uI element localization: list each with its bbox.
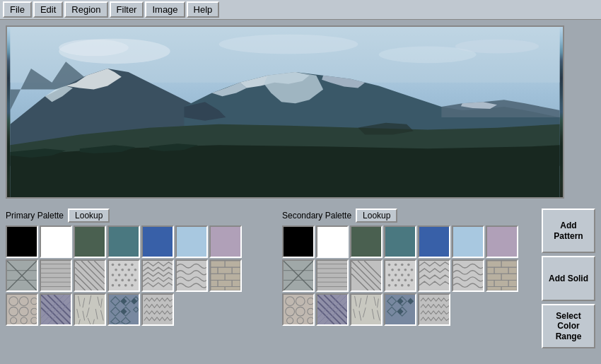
pattern-cell[interactable]: [452, 259, 484, 292]
menu-file[interactable]: File: [3, 1, 32, 18]
svg-point-57: [131, 274, 134, 276]
svg-point-150: [391, 269, 394, 271]
add-solid-button[interactable]: Add Solid: [542, 256, 595, 300]
svg-rect-68: [211, 261, 240, 290]
svg-point-159: [397, 279, 400, 282]
pattern-cell[interactable]: [40, 259, 72, 292]
svg-point-22: [219, 35, 358, 54]
pattern-cell[interactable]: [316, 259, 349, 292]
pattern-cell[interactable]: [486, 259, 518, 292]
pattern-cell[interactable]: [384, 259, 416, 292]
color-cell[interactable]: [282, 225, 315, 258]
svg-point-165: [407, 284, 410, 287]
svg-point-153: [411, 269, 414, 271]
color-cell[interactable]: [141, 225, 174, 258]
color-cell[interactable]: [316, 225, 349, 258]
primary-palette-label: Primary Palette: [6, 211, 64, 221]
color-cell[interactable]: [175, 225, 208, 258]
secondary-lookup-button[interactable]: Lookup: [356, 209, 397, 223]
color-cell[interactable]: [40, 225, 72, 258]
svg-point-56: [124, 274, 127, 276]
menu-filter[interactable]: Filter: [110, 1, 144, 18]
color-cell[interactable]: [6, 225, 38, 258]
pattern-cell[interactable]: [282, 293, 315, 326]
color-cell[interactable]: [384, 225, 416, 258]
pattern-cell[interactable]: [418, 259, 450, 292]
menubar: File Edit Region Filter Image Help: [0, 0, 601, 20]
svg-point-58: [115, 279, 117, 282]
svg-point-148: [401, 264, 404, 266]
svg-point-149: [407, 264, 410, 266]
pattern-cell[interactable]: [350, 293, 383, 326]
pattern-cell[interactable]: [175, 259, 208, 292]
secondary-palette-header: Secondary Palette Lookup: [282, 209, 536, 223]
svg-point-55: [118, 274, 121, 276]
svg-point-53: [134, 269, 137, 271]
svg-point-161: [411, 279, 414, 282]
svg-point-65: [131, 284, 134, 287]
pattern-cell[interactable]: [6, 259, 38, 292]
svg-rect-200: [351, 295, 381, 324]
primary-palette-header: Primary Palette Lookup: [6, 209, 259, 223]
svg-point-21: [59, 40, 128, 57]
svg-point-51: [121, 269, 124, 271]
color-cell[interactable]: [209, 225, 242, 258]
svg-point-49: [131, 264, 134, 266]
svg-rect-66: [143, 261, 173, 290]
pattern-cell[interactable]: [141, 259, 174, 292]
side-buttons-panel: Add Pattern Add Solid Select Color Range: [542, 209, 595, 348]
svg-point-158: [391, 279, 394, 282]
pattern-cell[interactable]: [384, 293, 416, 326]
secondary-palette-section: Secondary Palette Lookup: [282, 209, 536, 348]
primary-palette-section: Primary Palette Lookup: [6, 209, 259, 348]
pattern-cell[interactable]: [107, 259, 140, 292]
pattern-cell[interactable]: [316, 293, 349, 326]
color-cell[interactable]: [107, 225, 140, 258]
select-color-range-button[interactable]: Select Color Range: [542, 304, 595, 348]
menu-edit[interactable]: Edit: [33, 1, 63, 18]
svg-point-151: [397, 269, 400, 271]
svg-point-156: [401, 274, 404, 276]
svg-point-62: [112, 284, 115, 287]
svg-point-157: [407, 274, 410, 276]
pattern-cell[interactable]: [282, 259, 315, 292]
pattern-cell[interactable]: [418, 293, 450, 326]
svg-point-154: [388, 274, 391, 276]
menu-region[interactable]: Region: [64, 1, 107, 18]
pattern-cell[interactable]: [74, 293, 106, 326]
secondary-color-grid: [282, 225, 536, 326]
svg-point-46: [112, 264, 115, 266]
svg-point-61: [134, 279, 137, 282]
svg-point-64: [124, 284, 127, 287]
pattern-cell[interactable]: [350, 259, 383, 292]
secondary-palette-label: Secondary Palette: [282, 211, 351, 221]
pattern-cell[interactable]: [209, 259, 242, 292]
svg-rect-132: [317, 261, 347, 290]
palette-divider: [265, 209, 276, 348]
pattern-cell[interactable]: [6, 293, 38, 326]
image-canvas: [6, 25, 564, 199]
menu-help[interactable]: Help: [187, 1, 220, 18]
bottom-panel: Primary Palette Lookup: [0, 204, 601, 353]
pattern-cell[interactable]: [141, 293, 174, 326]
svg-point-155: [395, 274, 397, 276]
color-cell[interactable]: [350, 225, 383, 258]
color-cell[interactable]: [452, 225, 484, 258]
svg-point-50: [115, 269, 117, 271]
primary-lookup-button[interactable]: Lookup: [68, 209, 110, 223]
svg-point-59: [121, 279, 124, 282]
add-pattern-button[interactable]: Add Pattern: [542, 209, 595, 253]
svg-point-60: [127, 279, 130, 282]
color-cell[interactable]: [74, 225, 106, 258]
color-cell[interactable]: [418, 225, 450, 258]
svg-point-152: [404, 269, 407, 271]
menu-image[interactable]: Image: [145, 1, 185, 18]
svg-point-48: [124, 264, 127, 266]
pattern-cell[interactable]: [107, 293, 140, 326]
svg-rect-100: [75, 295, 105, 324]
pattern-cell[interactable]: [74, 259, 106, 292]
color-cell[interactable]: [486, 225, 518, 258]
pattern-cell[interactable]: [40, 293, 72, 326]
svg-point-146: [388, 264, 391, 266]
svg-point-164: [401, 284, 404, 287]
